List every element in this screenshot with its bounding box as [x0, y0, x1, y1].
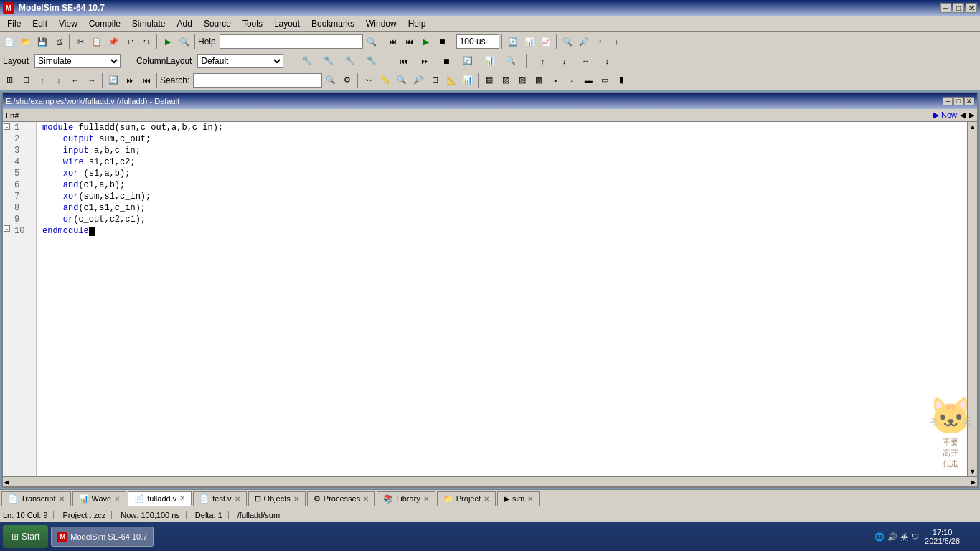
- tab-library-close[interactable]: ✕: [423, 495, 429, 503]
- tb2-zoom4[interactable]: 📐: [443, 72, 459, 88]
- tb2-zoom2[interactable]: 🔎: [410, 72, 426, 88]
- tb2-view2[interactable]: ▧: [498, 72, 514, 88]
- tb2-4[interactable]: ↓: [51, 72, 67, 88]
- menu-window[interactable]: Window: [360, 17, 402, 30]
- tb2-6[interactable]: →: [84, 72, 100, 88]
- menu-source[interactable]: Source: [198, 17, 237, 30]
- paste-btn[interactable]: 📌: [105, 34, 121, 50]
- print-btn[interactable]: 🖨: [51, 34, 67, 50]
- menu-edit[interactable]: Edit: [27, 17, 53, 30]
- taskbar-modelsim[interactable]: M ModelSim SE-64 10.7: [51, 527, 154, 547]
- sim-run-btn[interactable]: ▶: [418, 34, 434, 50]
- run-btn[interactable]: ▶: [160, 34, 176, 50]
- tb2-zoom5[interactable]: 📊: [460, 72, 476, 88]
- copy-btn[interactable]: 📋: [89, 34, 105, 50]
- tb2-1[interactable]: ⊞: [1, 72, 17, 88]
- tab-objects[interactable]: ⊞ Objects ✕: [248, 491, 306, 506]
- tab-transcript-close[interactable]: ✕: [59, 495, 65, 503]
- tb2-wave1[interactable]: 〰: [361, 72, 377, 88]
- scroll-left-btn[interactable]: ◀: [4, 479, 9, 486]
- tb2-7[interactable]: 🔄: [105, 72, 121, 88]
- sim-ctrl6[interactable]: 🔍: [503, 53, 519, 69]
- show-desktop-btn[interactable]: [966, 525, 971, 548]
- code-content[interactable]: module fulladd(sum,c_out,a,b,c_in); outp…: [37, 122, 967, 476]
- nav-prev[interactable]: ◀: [960, 110, 966, 120]
- save-btn[interactable]: 💾: [34, 34, 50, 50]
- maximize-button[interactable]: □: [953, 3, 964, 13]
- tab-library[interactable]: 📚 Library ✕: [377, 491, 435, 506]
- subwindow-maximize[interactable]: □: [953, 97, 963, 105]
- menu-layout[interactable]: Layout: [268, 17, 306, 30]
- tb2-view5[interactable]: ▪: [547, 72, 563, 88]
- menu-view[interactable]: View: [53, 17, 83, 30]
- nav-btn3[interactable]: ↔: [578, 53, 593, 69]
- menu-help[interactable]: Help: [402, 17, 432, 30]
- zoom-in-btn[interactable]: 🔍: [560, 34, 575, 50]
- layout-select[interactable]: Simulate: [34, 54, 121, 68]
- nav-btn1[interactable]: ↑: [534, 53, 550, 69]
- tab-fulladd-close[interactable]: ✕: [179, 494, 185, 502]
- zoom-out-btn[interactable]: 🔎: [576, 34, 592, 50]
- sim-prev-btn[interactable]: ⏮: [402, 34, 418, 50]
- tb2-view4[interactable]: ▩: [531, 72, 547, 88]
- nav-next[interactable]: ▶: [969, 110, 974, 120]
- menu-simulate[interactable]: Simulate: [126, 17, 171, 30]
- sim-ctrl4[interactable]: 🔄: [460, 53, 476, 69]
- tb2-view1[interactable]: ▦: [481, 72, 497, 88]
- step-btn[interactable]: ↑: [593, 34, 608, 50]
- cut-btn[interactable]: ✂: [72, 34, 88, 50]
- wave-btn[interactable]: 📊: [522, 34, 537, 50]
- tb2-5[interactable]: ←: [67, 72, 83, 88]
- sim-ctrl2[interactable]: ⏭: [417, 53, 433, 69]
- tab-fulladd[interactable]: 📄 fulladd.v ✕: [128, 491, 192, 506]
- nav-btn4[interactable]: ↕: [599, 53, 615, 69]
- sim-stop-btn[interactable]: ⏹: [435, 34, 451, 50]
- layout-btn4[interactable]: 🔧: [364, 53, 380, 69]
- search-opt-btn[interactable]: ⚙: [339, 72, 355, 88]
- tab-processes[interactable]: ⚙ Processes ✕: [307, 491, 375, 506]
- tab-transcript[interactable]: 📄 Transcript ✕: [1, 491, 71, 506]
- help-search-btn[interactable]: 🔍: [364, 34, 380, 50]
- tb2-view6[interactable]: ▫: [564, 72, 580, 88]
- tb2-9[interactable]: ⏮: [138, 72, 154, 88]
- redo-btn[interactable]: ↪: [138, 34, 154, 50]
- sim-ctrl1[interactable]: ⏮: [395, 53, 411, 69]
- search-btn[interactable]: 🔍: [323, 72, 339, 88]
- log-btn[interactable]: 📈: [538, 34, 554, 50]
- restart-btn[interactable]: 🔄: [505, 34, 521, 50]
- scroll-up-btn[interactable]: ▲: [969, 123, 976, 131]
- tb2-8[interactable]: ⏭: [122, 72, 138, 88]
- tab-test-close[interactable]: ✕: [235, 495, 240, 503]
- tab-project-close[interactable]: ✕: [484, 495, 489, 503]
- layout-btn1[interactable]: 🔧: [299, 53, 315, 69]
- nav-btn2[interactable]: ↓: [556, 53, 572, 69]
- horizontal-scrollbar[interactable]: ◀ ▶: [3, 476, 977, 486]
- tab-sim-close[interactable]: ✕: [527, 495, 533, 503]
- layout-btn3[interactable]: 🔧: [342, 53, 358, 69]
- new-btn[interactable]: 📄: [1, 34, 17, 50]
- tab-project[interactable]: 📁 Project ✕: [437, 491, 496, 506]
- tab-test[interactable]: 📄 test.v ✕: [193, 491, 246, 506]
- menu-bookmarks[interactable]: Bookmarks: [306, 17, 360, 30]
- collapse-btn[interactable]: -: [4, 123, 10, 130]
- tb2-view9[interactable]: ▮: [613, 72, 629, 88]
- start-button[interactable]: ⊞ Start: [3, 525, 48, 548]
- menu-compile[interactable]: Compile: [83, 17, 126, 30]
- subwindow-close[interactable]: ✕: [964, 97, 974, 105]
- search-input[interactable]: [193, 73, 322, 88]
- tab-sim[interactable]: ▶ sim ✕: [497, 491, 540, 506]
- open-btn[interactable]: 📂: [18, 34, 34, 50]
- time-input[interactable]: [456, 34, 499, 49]
- help-input[interactable]: [220, 34, 363, 49]
- scroll-right-btn[interactable]: ▶: [971, 479, 976, 486]
- sim-ctrl3[interactable]: ⏹: [438, 53, 454, 69]
- find-btn[interactable]: 🔍: [176, 34, 192, 50]
- tb2-zoom1[interactable]: 🔍: [394, 72, 410, 88]
- undo-btn[interactable]: ↩: [122, 34, 138, 50]
- step-down-btn[interactable]: ↓: [609, 34, 625, 50]
- menu-add[interactable]: Add: [171, 17, 198, 30]
- minimize-button[interactable]: ─: [940, 3, 951, 13]
- tab-objects-close[interactable]: ✕: [293, 495, 299, 503]
- menu-tools[interactable]: Tools: [237, 17, 268, 30]
- layout-btn2[interactable]: 🔧: [321, 53, 336, 69]
